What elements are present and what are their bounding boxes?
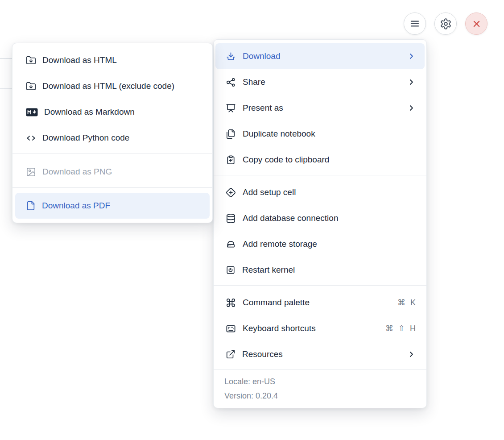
menu-item-label: Copy code to clipboard [243,155,416,165]
menu-item-share[interactable]: Share [215,69,425,95]
menu-item-label: Add setup cell [243,187,416,197]
submenu-item-label: Download Python code [42,133,202,143]
floating-toolbar [404,12,487,35]
code-icon [26,133,36,143]
submenu-item-label: Download as HTML (exclude code) [42,81,202,91]
menu-item-label: Share [243,77,400,87]
close-x-icon [471,18,482,29]
file-icon [26,201,36,211]
key-k: K [410,298,416,307]
background-divider [0,88,12,89]
key-cmd: ⌘ [385,324,393,333]
shortcut-keys: ⌘ ⇧ H [385,324,416,333]
menu-item-resources[interactable]: Resources [215,341,425,367]
chevron-right-icon [407,104,416,112]
keyboard-icon [226,324,236,334]
chevron-right-icon [407,350,416,359]
download-submenu: Download as HTML Download as HTML (exclu… [12,43,213,223]
menu-item-label: Resources [242,349,400,359]
presentation-icon [226,103,236,113]
shortcut-keys: ⌘ K [397,298,416,307]
menu-item-duplicate-notebook[interactable]: Duplicate notebook [215,121,425,147]
submenu-item-download-as-markdown[interactable]: Download as Markdown [15,99,210,125]
menu-footer: Locale: en-US Version: 0.20.4 [214,369,426,408]
remote-storage-icon [226,239,236,249]
notebook-menu: Download Share Present as [213,39,427,408]
submenu-item-label: Download as PDF [42,201,202,211]
submenu-item-label: Download as Markdown [44,107,202,117]
submenu-item-label: Download as PNG [42,167,202,177]
command-icon [226,298,236,308]
submenu-item-download-as-html-exclude-code[interactable]: Download as HTML (exclude code) [15,73,210,99]
hamburger-menu-icon [409,18,421,29]
submenu-item-label: Download as HTML [42,55,202,65]
menu-item-label: Keyboard shortcuts [243,324,379,333]
duplicate-files-icon [226,129,236,139]
menu-item-label: Present as [243,103,400,113]
version-text: Version: 0.20.4 [224,389,416,403]
menu-item-label: Command palette [243,298,391,307]
key-cmd: ⌘ [397,298,405,307]
menu-item-label: Restart kernel [242,265,416,275]
download-icon [226,51,236,62]
app-screen: Download as HTML Download as HTML (exclu… [0,0,504,440]
menu-item-download[interactable]: Download [215,43,425,69]
key-shift: ⇧ [398,324,405,333]
menu-item-restart-kernel[interactable]: Restart kernel [215,257,425,283]
folder-download-icon [26,55,36,66]
menu-item-add-database-connection[interactable]: Add database connection [215,205,425,231]
menu-item-label: Download [243,51,400,61]
submenu-item-download-as-png: Download as PNG [15,159,210,185]
notebook-menu-button[interactable] [404,12,426,35]
menu-item-label: Duplicate notebook [243,129,416,139]
diamond-plus-icon [226,187,236,198]
key-h: H [410,324,416,333]
menu-item-label: Add remote storage [243,239,416,249]
folder-download-icon [26,81,36,91]
submenu-item-download-as-html[interactable]: Download as HTML [15,47,210,73]
image-icon [26,167,36,177]
menu-item-command-palette[interactable]: Command palette ⌘ K [215,290,425,315]
gear-icon [440,18,452,30]
share-icon [226,77,236,87]
external-link-icon [226,349,235,359]
menu-item-keyboard-shortcuts[interactable]: Keyboard shortcuts ⌘ ⇧ H [215,315,425,341]
database-icon [226,213,236,224]
menu-separator [214,175,426,175]
clipboard-copy-icon [226,155,236,165]
background-divider [0,58,12,59]
submenu-item-download-python-code[interactable]: Download Python code [15,125,210,151]
chevron-right-icon [407,78,416,87]
settings-button[interactable] [434,12,457,35]
menu-item-copy-code-to-clipboard[interactable]: Copy code to clipboard [215,147,425,173]
menu-separator [12,187,212,188]
chevron-right-icon [407,52,416,61]
menu-item-label: Add database connection [243,213,416,223]
menu-separator [214,285,426,286]
menu-item-present-as[interactable]: Present as [215,95,425,121]
locale-text: Locale: en-US [224,374,416,389]
markdown-icon [26,108,38,117]
menu-item-add-setup-cell[interactable]: Add setup cell [215,179,425,205]
menu-separator [12,154,212,154]
submenu-item-download-as-pdf[interactable]: Download as PDF [15,193,210,219]
menu-item-add-remote-storage[interactable]: Add remote storage [215,231,425,257]
power-square-icon [226,265,235,275]
close-button[interactable] [465,12,487,35]
